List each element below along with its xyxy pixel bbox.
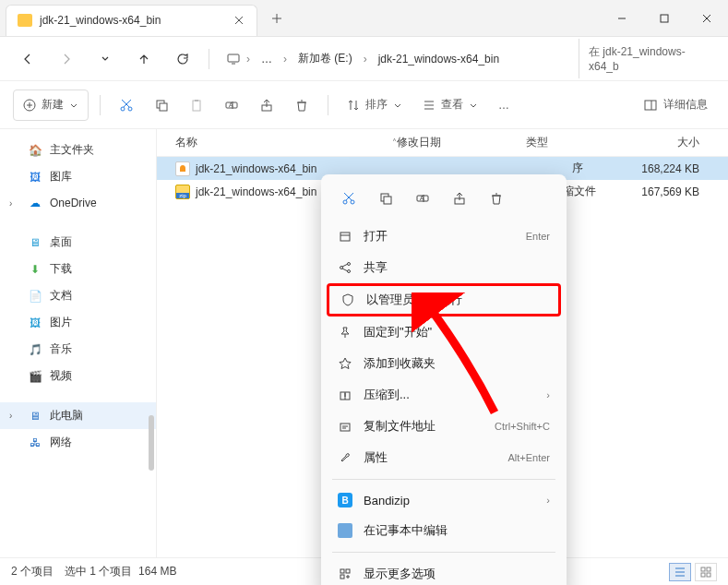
new-tab-button[interactable] xyxy=(263,5,291,32)
window-controls xyxy=(601,0,728,37)
column-headers[interactable]: 名称˄ 修改日期 类型 大小 xyxy=(157,129,728,157)
menu-item-properties[interactable]: 属性Alt+Enter xyxy=(321,442,567,473)
menu-item-compress[interactable]: 压缩到...› xyxy=(321,379,567,411)
svg-rect-12 xyxy=(645,101,656,110)
forward-button[interactable] xyxy=(50,42,83,76)
sidebar-item-gallery[interactable]: 🖼图库 xyxy=(0,163,156,190)
shield-icon xyxy=(340,292,355,307)
sidebar-item-onedrive[interactable]: ›☁OneDrive xyxy=(0,190,156,216)
more-button[interactable]: … xyxy=(491,90,517,121)
breadcrumb[interactable]: › … › 新加卷 (E:) › jdk-21_windows-x64_bin xyxy=(219,47,573,70)
minimize-button[interactable] xyxy=(601,0,643,37)
cut-button[interactable] xyxy=(112,90,141,121)
home-icon: 🏠 xyxy=(28,143,42,158)
breadcrumb-item[interactable]: jdk-21_windows-x64_bin xyxy=(373,49,505,69)
copy-path-icon xyxy=(338,419,352,434)
menu-item-bandizip[interactable]: BBandizip› xyxy=(321,485,567,515)
share-icon xyxy=(338,260,352,275)
up-button[interactable] xyxy=(127,42,161,76)
sidebar-item-desktop[interactable]: 🖥桌面 xyxy=(0,229,156,256)
sidebar-item-thispc[interactable]: ›🖥此电脑 xyxy=(0,402,156,429)
download-icon: ⬇ xyxy=(28,262,42,277)
svg-rect-6 xyxy=(160,103,167,111)
title-bar: jdk-21_windows-x64_bin xyxy=(0,0,728,37)
maximize-button[interactable] xyxy=(643,0,686,37)
column-name[interactable]: 名称 xyxy=(175,135,197,150)
sidebar-item-documents[interactable]: 📄文档 xyxy=(0,282,156,309)
chevron-right-icon: › xyxy=(283,53,287,66)
svg-rect-20 xyxy=(340,233,350,241)
navigation-pane[interactable]: 🏠主文件夹 🖼图库 ›☁OneDrive 🖥桌面 ⬇下载 📄文档 🖼图片 🎵音乐… xyxy=(0,129,157,557)
svg-rect-31 xyxy=(701,573,705,577)
rename-button[interactable]: A xyxy=(410,185,436,211)
sidebar-item-pictures[interactable]: 🖼图片 xyxy=(0,309,156,336)
column-type[interactable]: 类型 xyxy=(526,135,618,150)
view-button[interactable]: 查看 xyxy=(415,90,485,121)
gallery-icon: 🖼 xyxy=(28,170,42,185)
cut-button[interactable] xyxy=(336,185,362,211)
menu-item-pin-start[interactable]: 固定到"开始" xyxy=(321,316,567,348)
menu-item-show-more[interactable]: 显示更多选项 xyxy=(321,558,567,585)
rename-button[interactable]: A xyxy=(217,90,246,121)
copy-button[interactable] xyxy=(373,185,399,211)
delete-button[interactable] xyxy=(287,90,316,121)
menu-item-copy-path[interactable]: 复制文件地址Ctrl+Shift+C xyxy=(321,411,567,442)
sidebar-item-downloads[interactable]: ⬇下载 xyxy=(0,256,156,282)
chevron-right-icon: › xyxy=(546,495,550,506)
menu-item-open[interactable]: 打开Enter xyxy=(321,221,567,252)
delete-button[interactable] xyxy=(483,185,509,211)
svg-point-14 xyxy=(351,200,354,204)
compress-icon xyxy=(338,388,352,402)
window-tab[interactable]: jdk-21_windows-x64_bin xyxy=(6,5,257,36)
onedrive-icon: ☁ xyxy=(28,196,42,210)
sidebar-item-music[interactable]: 🎵音乐 xyxy=(0,336,156,363)
back-button[interactable] xyxy=(11,42,44,76)
more-icon xyxy=(338,567,352,581)
recent-button[interactable] xyxy=(89,42,122,76)
search-input[interactable]: 在 jdk-21_windows-x64_b xyxy=(579,39,717,78)
share-button[interactable] xyxy=(447,185,472,211)
pin-icon xyxy=(338,325,352,340)
copy-button[interactable] xyxy=(147,90,176,121)
divider xyxy=(332,552,555,553)
menu-item-share[interactable]: 共享 xyxy=(321,252,567,283)
sidebar-item-network[interactable]: 🖧网络 xyxy=(0,429,156,456)
svg-rect-25 xyxy=(340,424,350,431)
chevron-right-icon: › xyxy=(546,389,550,400)
chevron-right-icon[interactable]: › xyxy=(9,411,12,421)
breadcrumb-item[interactable]: 新加卷 (E:) xyxy=(292,47,358,70)
pc-icon xyxy=(226,52,241,66)
toolbar: 新建 A 排序 查看 … 详细信息 xyxy=(0,81,728,129)
svg-point-4 xyxy=(128,107,132,111)
svg-point-3 xyxy=(121,107,125,111)
column-date[interactable]: 修改日期 xyxy=(397,135,526,150)
svg-rect-27 xyxy=(346,569,350,573)
share-button[interactable] xyxy=(252,90,281,121)
tab-close-button[interactable] xyxy=(233,14,245,27)
notepad-icon xyxy=(338,523,352,538)
svg-rect-7 xyxy=(193,101,200,111)
overflow-icon[interactable]: … xyxy=(256,49,278,69)
new-button[interactable]: 新建 xyxy=(13,90,89,121)
star-icon xyxy=(338,356,352,371)
document-icon: 📄 xyxy=(28,289,42,304)
sort-button[interactable]: 排序 xyxy=(340,90,410,121)
menu-item-run-as-admin[interactable]: 以管理员身份运行 xyxy=(327,283,561,316)
sidebar-item-videos[interactable]: 🎬视频 xyxy=(0,363,156,389)
svg-rect-16 xyxy=(384,197,391,204)
context-menu: A 打开Enter 共享 以管理员身份运行 固定到"开始" 添加到收藏夹 压缩到… xyxy=(321,174,567,585)
icons-view-button[interactable] xyxy=(695,563,717,581)
sidebar-item-home[interactable]: 🏠主文件夹 xyxy=(0,137,156,163)
selection-info: 选中 1 个项目 164 MB xyxy=(65,564,176,579)
details-pane-button[interactable]: 详细信息 xyxy=(636,90,715,121)
menu-item-add-favorite[interactable]: 添加到收藏夹 xyxy=(321,348,567,379)
details-view-button[interactable] xyxy=(669,563,691,581)
paste-button[interactable] xyxy=(182,90,211,121)
java-exe-icon xyxy=(175,161,190,176)
chevron-right-icon[interactable]: › xyxy=(9,198,12,209)
menu-item-notepad[interactable]: 在记事本中编辑 xyxy=(321,515,567,546)
refresh-button[interactable] xyxy=(166,42,199,76)
column-size[interactable]: 大小 xyxy=(618,135,710,150)
scrollbar-thumb[interactable] xyxy=(149,415,154,471)
close-button[interactable] xyxy=(686,0,728,37)
